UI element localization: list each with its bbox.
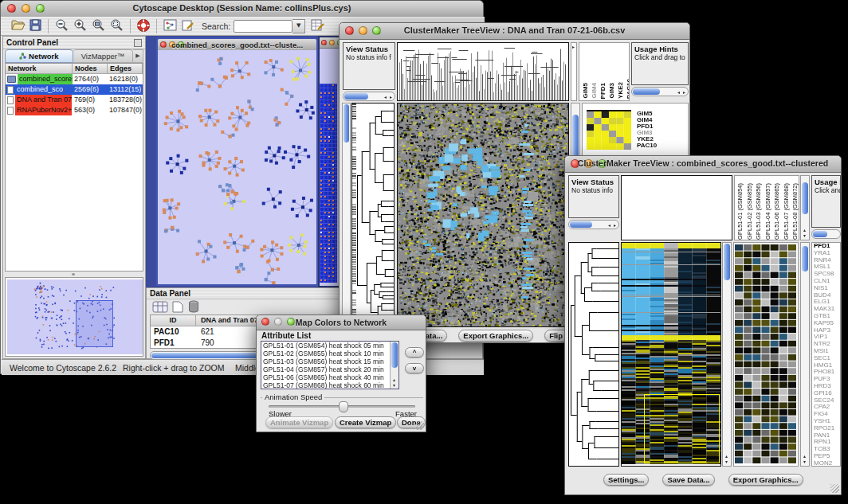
map-colors-dialog: Map Colors to Network Attribute List GPL… [256, 315, 426, 432]
dense-network-canvas[interactable] [320, 84, 337, 283]
search-label: Search: [202, 21, 230, 31]
usage-hints-panel: Usage Hints Click and drag to [631, 42, 689, 85]
minimize-button[interactable] [329, 40, 335, 45]
network-tree-row[interactable]: combined_sco 2569(6)13112(15) [6, 84, 143, 95]
column-label: PFD1 [599, 83, 607, 99]
help-lifesaver-icon[interactable] [136, 18, 151, 34]
column-label: GPL51-08 (GSM872) [791, 183, 799, 240]
tv1-mini-heatmap-canvas[interactable] [587, 110, 631, 150]
attribute-table-icon[interactable] [152, 301, 168, 315]
column-label: GPL51-07 (GSM868) [783, 183, 791, 240]
global-heatmap-panel[interactable] [397, 103, 569, 327]
attribute-listbox[interactable]: GPL51-01 (GSM854) heat shock 05 minGPL51… [261, 341, 399, 389]
annotation-icon[interactable] [181, 18, 195, 33]
edit-table-icon[interactable] [310, 18, 325, 33]
new-attribute-icon[interactable] [172, 301, 183, 315]
gene-dendrogram-panel[interactable] [351, 103, 395, 327]
attribute-item[interactable]: GPL51-04 (GSM857) heat shock 20 min [261, 365, 398, 373]
column-header-id[interactable]: ID [151, 315, 196, 326]
resize-grip[interactable] [830, 484, 839, 493]
dialog-titlebar[interactable]: Map Colors to Network [257, 315, 426, 330]
network-icon [7, 96, 14, 104]
status-welcome: Welcome to Cytoscape 2.6.2 [10, 363, 116, 373]
tv1-left-scrollbar[interactable]: ▴▾ [342, 103, 351, 326]
treeview-button[interactable]: Save Data... [662, 474, 714, 486]
tv2-heatmap-vscrollbar[interactable]: ▴▾ [722, 242, 732, 467]
view-status-text: No status info [571, 186, 616, 194]
tv1-heatmap-canvas[interactable] [398, 104, 568, 326]
search-input[interactable] [234, 20, 292, 33]
tab-overflow-button[interactable]: ▶ [133, 49, 143, 63]
usage-hints-hscrollbar[interactable] [811, 229, 841, 239]
zoom-heatmap-panel[interactable] [733, 242, 799, 467]
zoom-out-icon[interactable] [54, 18, 69, 34]
attribute-item[interactable]: GPL51-07 (GSM868) heat shock 60 min [261, 381, 398, 389]
data-panel-title: Data Panel [150, 289, 190, 298]
gene-dendrogram-panel[interactable] [568, 242, 619, 467]
treeview2-titlebar[interactable]: ClusterMaker TreeView : combined_scores_… [565, 156, 841, 173]
animate-vizmap-button[interactable]: Animate Vizmap [265, 416, 333, 428]
treeview-button[interactable]: Export Graphics... [728, 474, 803, 486]
create-vizmap-button[interactable]: Create Vizmap [335, 416, 396, 428]
tv2-zoom-heatmap-canvas[interactable] [735, 244, 797, 464]
network-tree-row[interactable]: RNAPuberNov2+ 563(0)107847(0) [6, 105, 143, 115]
birdseye-canvas[interactable] [7, 279, 143, 354]
main-titlebar[interactable]: Cytoscape Desktop (Session Name: collins… [1, 1, 483, 18]
tv2-heatmap-canvas[interactable] [622, 243, 720, 466]
zoom-selected-icon[interactable] [91, 18, 106, 34]
view-status-panel: View Status No status info [568, 175, 619, 218]
array-dendrogram-panel[interactable] [397, 42, 569, 101]
tv1-left-dendrogram-canvas[interactable] [352, 104, 394, 326]
column-labels-panel[interactable]: GPL51-01 (GSM854)GPL51-02 (GSM855)GPL51-… [734, 175, 799, 240]
open-session-icon[interactable] [10, 18, 26, 33]
attribute-item[interactable]: GPL51-01 (GSM854) heat shock 05 min [261, 342, 398, 350]
zoom-fit-icon[interactable] [109, 18, 124, 34]
search-dropdown-button[interactable]: ▼ [292, 19, 305, 33]
resize-grip[interactable] [415, 421, 424, 430]
column-labels-panel[interactable]: GIM5GIM4PFD1GIM3YKE2PAC10 [579, 42, 630, 101]
control-panel-tabs: Network VizMapper™ ▶ [5, 49, 143, 63]
attribute-item[interactable]: GPL51-02 (GSM855) heat shock 10 min [261, 350, 398, 357]
column-labels-vscrollbar[interactable]: ▴▾ [800, 175, 810, 240]
view-status-hscrollbar[interactable]: ◂▸ [343, 92, 395, 101]
animation-speed-label: Animation Speed [262, 393, 324, 401]
column-label: GPL51-03 (GSM856) [755, 183, 764, 240]
animation-speed-slider[interactable] [269, 405, 415, 408]
treeview-button[interactable]: Settings... [603, 474, 649, 486]
tab-network[interactable]: Network [5, 49, 73, 63]
network-view-frame[interactable]: combined_scores_good.txt--cluste... [156, 37, 318, 286]
zoom-in-icon[interactable] [73, 18, 88, 34]
move-up-button[interactable]: ^ [405, 347, 424, 357]
column-label: GPL51-04 (GSM857) [764, 183, 773, 240]
network-canvas[interactable] [158, 50, 316, 284]
tv1-top-dendrogram-canvas[interactable] [398, 43, 568, 100]
save-session-icon[interactable] [29, 18, 42, 33]
attribute-list-vscrollbar[interactable]: ▴▾ [390, 342, 398, 389]
column-label: GPL51-02 (GSM855) [746, 183, 755, 240]
treeview-button[interactable]: Export Graphics... [458, 330, 533, 342]
network-frame-title: combined_scores_good.txt--cluste... [158, 41, 316, 49]
close-button[interactable] [321, 40, 327, 45]
birdseye-view[interactable] [5, 277, 143, 357]
slider-thumb[interactable] [339, 401, 348, 412]
attribute-item[interactable]: GPL51-03 (GSM856) heat shock 15 min [261, 357, 398, 365]
view-status-hscrollbar[interactable]: ◂▸ [568, 220, 619, 229]
gene-list-vscrollbar[interactable]: ▴▾ [800, 242, 810, 467]
gene-list-panel[interactable]: PFD1YRA1RNR4MSL1SPC98CLN1NIS1BUD4ELG1MAK… [811, 242, 841, 467]
tab-vizmapper[interactable]: VizMapper™ [73, 49, 133, 63]
panel-splitter[interactable] [5, 272, 143, 277]
usage-hints-hscrollbar[interactable]: ◂▸ [631, 87, 689, 96]
move-down-button[interactable]: v [405, 363, 424, 373]
global-heatmap-panel[interactable] [621, 242, 721, 467]
delete-attribute-icon[interactable] [188, 300, 199, 315]
attribute-item[interactable]: GPL51-06 (GSM865) heat shock 40 min [261, 373, 398, 381]
network-window-icon[interactable] [163, 18, 178, 33]
treeview2-buttons: Settings...Save Data...Export Graphics..… [603, 474, 803, 486]
network-tree-row[interactable]: combined_scores 2764(0)16218(0) [6, 74, 143, 84]
attribute-list-label: Attribute List [261, 331, 311, 340]
tv2-left-dendrogram-canvas[interactable] [569, 243, 618, 466]
array-dendrogram-panel[interactable] [621, 175, 732, 240]
treeview1-titlebar[interactable]: ClusterMaker TreeView : DNA and Tran 07-… [340, 23, 689, 40]
network-tree-row[interactable]: DNA and Tran 07 769(0)183728(0) [6, 95, 143, 105]
float-panel-icon[interactable] [134, 39, 142, 47]
